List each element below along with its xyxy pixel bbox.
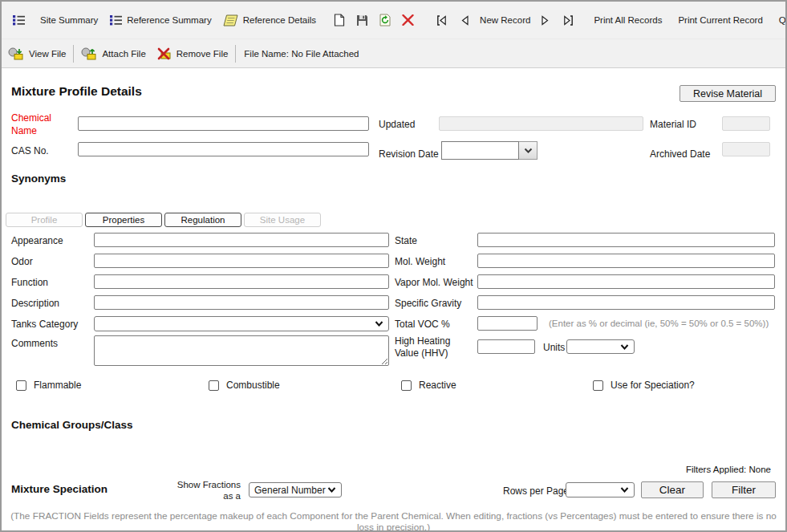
tab-regulation[interactable]: Regulation	[164, 213, 241, 227]
print-all-records-button[interactable]: Print All Records	[593, 14, 663, 26]
flammable-checkbox-item: Flammable	[16, 380, 81, 391]
refresh-button[interactable]	[376, 12, 394, 28]
reactive-checkbox[interactable]	[401, 380, 412, 391]
save-icon	[356, 14, 368, 26]
chevron-down-icon	[620, 487, 629, 493]
fraction-note: (The FRACTION Fields represent the perce…	[2, 510, 785, 532]
vapor-mol-weight-label: Vapor Mol. Weight	[395, 277, 473, 288]
use-for-speciation-checkbox-item: Use for Speciation?	[593, 380, 695, 391]
material-id-field	[722, 116, 770, 131]
print-current-record-button[interactable]: Print Current Record	[677, 14, 763, 26]
list-icon	[110, 14, 122, 26]
list-icon	[13, 14, 25, 26]
use-for-speciation-checkbox[interactable]	[593, 380, 603, 391]
site-summary-button[interactable]: Site Summary	[39, 14, 99, 26]
remove-file-button[interactable]: Remove File	[157, 47, 229, 60]
last-record-icon	[562, 14, 575, 26]
description-input[interactable]	[94, 295, 389, 310]
comments-textarea[interactable]	[94, 335, 389, 366]
previous-record-button[interactable]	[456, 13, 473, 28]
tanks-category-label: Tanks Category	[11, 319, 78, 330]
function-input[interactable]	[94, 274, 389, 289]
mol-weight-input[interactable]	[477, 254, 775, 268]
remove-file-label: Remove File	[176, 49, 229, 59]
chemical-name-label: Chemical Name	[11, 112, 63, 137]
cas-no-input[interactable]	[78, 142, 369, 156]
cas-no-label: CAS No.	[11, 145, 49, 156]
rows-per-page-label: Rows per Page	[503, 485, 569, 497]
new-document-icon	[334, 14, 345, 26]
view-file-button[interactable]: View File	[8, 47, 66, 60]
attach-file-icon	[81, 47, 97, 60]
rows-per-page-select[interactable]	[566, 482, 635, 497]
reactive-checkbox-item: Reactive	[401, 380, 456, 391]
odor-label: Odor	[11, 256, 33, 267]
delete-icon	[402, 14, 414, 26]
view-file-icon	[8, 47, 24, 60]
fraction-display-select[interactable]: General Number	[249, 482, 342, 497]
save-button[interactable]	[353, 13, 371, 28]
archived-date-field	[722, 142, 770, 156]
chevron-down-icon	[375, 321, 383, 327]
list-menu-icon[interactable]	[10, 13, 28, 27]
page-title: Mixture Profile Details	[11, 84, 142, 99]
note-icon	[223, 14, 238, 26]
reference-details-button[interactable]: Reference Details	[223, 14, 316, 26]
odor-input[interactable]	[94, 254, 389, 268]
state-label: State	[395, 235, 417, 246]
new-record-button[interactable]: New Record	[478, 14, 532, 26]
use-for-speciation-label: Use for Speciation?	[611, 380, 695, 391]
hhv-input[interactable]	[477, 339, 535, 354]
total-voc-hint: (Enter as % or decimal (ie, 50% = 50% or…	[549, 319, 769, 328]
reference-summary-label: Reference Summary	[127, 15, 211, 25]
mixture-profile-page: Site Summary Reference Summary Reference…	[0, 0, 787, 532]
revise-material-button[interactable]: Revise Material	[679, 85, 776, 102]
first-record-icon	[435, 14, 448, 26]
tab-profile: Profile	[6, 213, 83, 227]
state-input[interactable]	[477, 233, 775, 247]
hhv-label: High Heating Value (HHV)	[395, 335, 477, 359]
reference-summary-button[interactable]: Reference Summary	[110, 14, 211, 26]
revision-date-combobox[interactable]	[441, 141, 538, 160]
refresh-icon	[379, 14, 391, 26]
new-document-button[interactable]	[331, 12, 348, 28]
chevron-down-icon	[327, 487, 336, 493]
next-record-button[interactable]	[537, 13, 554, 28]
delete-record-button[interactable]	[399, 13, 417, 27]
updated-field	[439, 116, 643, 131]
toolbar-separator	[235, 45, 236, 63]
remove-file-icon	[157, 47, 172, 60]
combustible-checkbox[interactable]	[209, 380, 219, 391]
fraction-display-value: General Number	[254, 485, 326, 496]
combustible-label: Combustible	[226, 380, 280, 391]
total-voc-input[interactable]	[477, 316, 538, 331]
clear-button[interactable]: Clear	[641, 481, 704, 498]
file-name-status: File Name: No File Attached	[243, 47, 359, 60]
appearance-input[interactable]	[94, 233, 389, 247]
units-select[interactable]	[566, 339, 635, 354]
specific-gravity-label: Specific Gravity	[395, 298, 461, 309]
vapor-mol-weight-input[interactable]	[477, 274, 775, 289]
attach-file-button[interactable]: Attach File	[81, 47, 145, 60]
file-toolbar: View File Attach File Remove File File N…	[2, 39, 785, 68]
flammable-checkbox[interactable]	[16, 380, 26, 391]
filter-button[interactable]: Filter	[712, 481, 776, 498]
last-record-button[interactable]	[559, 13, 578, 28]
specific-gravity-input[interactable]	[477, 295, 775, 310]
toolbar-separator	[73, 45, 74, 63]
revision-date-dropdown-button[interactable]	[519, 141, 538, 160]
chemical-name-input[interactable]	[78, 116, 369, 131]
mol-weight-label: Mol. Weight	[395, 256, 445, 267]
main-toolbar: Site Summary Reference Summary Reference…	[2, 2, 785, 39]
reactive-label: Reactive	[419, 380, 456, 391]
appearance-label: Appearance	[11, 235, 63, 246]
chevron-down-icon	[620, 344, 629, 350]
attach-file-label: Attach File	[102, 49, 145, 59]
revision-date-value[interactable]	[441, 141, 519, 160]
tab-properties[interactable]: Properties	[85, 213, 162, 227]
query-records-button[interactable]: Query Records	[778, 14, 787, 26]
tanks-category-select[interactable]	[94, 316, 389, 331]
reference-details-label: Reference Details	[243, 15, 316, 25]
first-record-button[interactable]	[432, 13, 451, 28]
chemical-groups-heading: Chemical Groups/Class	[11, 419, 133, 431]
